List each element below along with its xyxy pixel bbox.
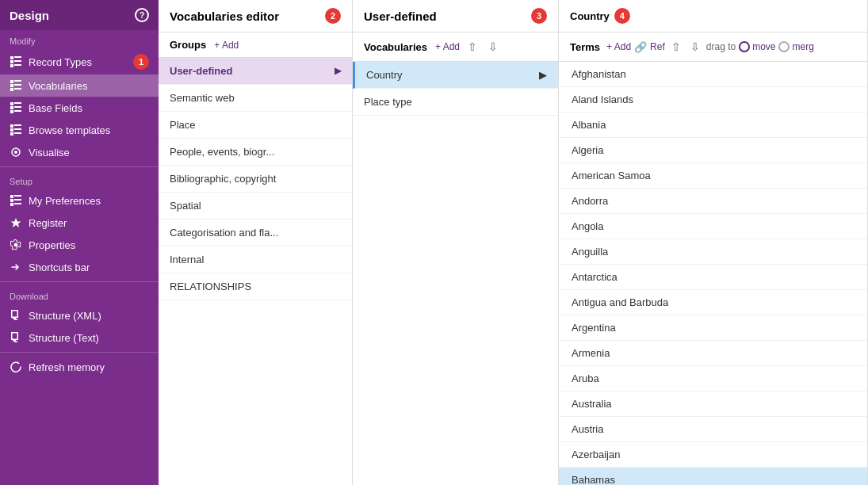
sidebar-header: Design ? <box>0 0 159 30</box>
svg-rect-29 <box>14 199 21 200</box>
svg-rect-39 <box>14 319 17 321</box>
term-austria[interactable]: Austria <box>559 417 867 442</box>
svg-rect-21 <box>14 128 21 130</box>
term-australia[interactable]: Australia <box>559 391 867 417</box>
term-aruba[interactable]: Aruba <box>559 366 867 391</box>
merge-option[interactable]: merg <box>778 41 813 52</box>
sidebar-item-my-preferences[interactable]: My Preferences <box>0 189 159 212</box>
svg-rect-1 <box>14 56 21 58</box>
svg-rect-16 <box>10 110 13 113</box>
vocabularies-list: Country ▶ Place type <box>353 62 558 485</box>
group-item-spatial[interactable]: Spatial <box>159 193 352 220</box>
svg-rect-37 <box>11 317 17 319</box>
visualise-icon <box>10 146 22 158</box>
svg-rect-26 <box>10 195 13 198</box>
vocabularies-label: Vocabularies <box>364 41 427 53</box>
sidebar-item-base-fields[interactable]: Base Fields <box>0 97 159 119</box>
terms-label: Terms <box>570 41 600 53</box>
visualise-label: Visualise <box>29 147 70 158</box>
setup-section-label: Setup <box>0 170 159 189</box>
term-armenia[interactable]: Armenia <box>559 341 867 366</box>
sidebar-item-vocabularies[interactable]: Vocabularies <box>0 74 159 97</box>
term-azerbaijan[interactable]: Azerbaijan <box>559 442 867 468</box>
country-terms-list: Afghanistan Aland Islands Albania Algeri… <box>559 62 867 485</box>
term-anguilla[interactable]: Anguilla <box>559 239 867 265</box>
sidebar-item-structure-text[interactable]: Structure (Text) <box>0 327 159 349</box>
vocab-item-country[interactable]: Country ▶ <box>353 62 558 89</box>
sidebar-item-register[interactable]: Register <box>0 212 159 234</box>
svg-marker-46 <box>17 361 20 364</box>
sidebar-item-refresh-memory[interactable]: Refresh memory <box>0 356 159 378</box>
help-icon[interactable]: ? <box>135 8 149 22</box>
modify-section-label: Modify <box>0 30 159 49</box>
term-algeria[interactable]: Algeria <box>559 138 867 163</box>
sidebar-item-properties[interactable]: Properties <box>0 234 159 256</box>
register-label: Register <box>29 217 67 229</box>
term-argentina[interactable]: Argentina <box>559 315 867 341</box>
term-antarctica[interactable]: Antarctica <box>559 265 867 290</box>
sidebar-item-shortcuts-bar[interactable]: Shortcuts bar <box>0 256 159 278</box>
move-option[interactable]: move <box>739 41 775 52</box>
group-item-internal[interactable]: Internal <box>159 246 352 273</box>
svg-rect-12 <box>10 102 13 105</box>
vocabularies-editor-badge: 2 <box>325 8 341 24</box>
svg-rect-38 <box>13 318 16 319</box>
group-item-place[interactable]: Place <box>159 112 352 139</box>
add-term-button[interactable]: + Add <box>606 41 631 52</box>
svg-rect-8 <box>10 84 13 87</box>
svg-rect-14 <box>10 106 13 109</box>
refresh-icon <box>10 361 22 373</box>
terms-header: Country 4 <box>570 8 630 24</box>
record-types-badge: 1 <box>133 54 149 70</box>
browse-templates-icon <box>10 124 22 136</box>
group-item-bibliographic[interactable]: Bibliographic, copyright <box>159 166 352 193</box>
country-panel: Country 4 Terms + Add 🔗 Ref ⇧ ⇩ drag to … <box>559 0 868 485</box>
term-afghanistan[interactable]: Afghanistan <box>559 62 867 87</box>
group-item-relationships[interactable]: RELATIONSHIPS <box>159 273 352 300</box>
record-types-icon <box>10 55 22 68</box>
term-american-samoa[interactable]: American Samoa <box>559 163 867 189</box>
sidebar-item-visualise[interactable]: Visualise <box>0 141 159 163</box>
term-andorra[interactable]: Andorra <box>559 189 867 214</box>
group-item-user-defined[interactable]: User-defined ▶ <box>159 58 352 85</box>
svg-rect-3 <box>14 60 21 62</box>
term-bahamas[interactable]: Bahamas <box>559 468 867 485</box>
svg-marker-32 <box>11 218 21 227</box>
sidebar-item-record-types[interactable]: Record Types 1 <box>0 49 159 74</box>
svg-rect-5 <box>14 64 21 66</box>
svg-rect-23 <box>14 132 21 134</box>
group-item-categorisation[interactable]: Categorisation and fla... <box>159 220 352 246</box>
vocab-item-place-type[interactable]: Place type <box>353 89 558 116</box>
svg-rect-15 <box>14 106 21 108</box>
term-antigua-barbuda[interactable]: Antigua and Barbuda <box>559 290 867 315</box>
ref-button[interactable]: Ref <box>650 41 665 52</box>
svg-rect-45 <box>14 342 17 343</box>
download-term-button[interactable]: ⇩ <box>687 39 703 55</box>
add-group-button[interactable]: + Add <box>214 40 239 51</box>
add-vocabulary-button[interactable]: + Add <box>435 41 460 52</box>
sidebar-item-structure-xml[interactable]: Structure (XML) <box>0 304 159 327</box>
browse-templates-label: Browse templates <box>29 124 110 136</box>
term-albania[interactable]: Albania <box>559 113 867 138</box>
svg-rect-28 <box>10 199 13 202</box>
download-icon-button[interactable]: ⇩ <box>485 39 501 55</box>
upload-term-button[interactable]: ⇧ <box>668 39 684 55</box>
drag-to-label: drag to <box>706 41 736 52</box>
vocabularies-editor-title: Vocabularies editor <box>170 10 279 23</box>
vocabularies-label: Vocabularies <box>29 80 87 92</box>
svg-rect-31 <box>14 203 21 204</box>
group-item-people-events[interactable]: People, events, biogr... <box>159 139 352 166</box>
download-section-label: Download <box>0 285 159 304</box>
upload-icon-button[interactable]: ⇧ <box>465 39 480 55</box>
term-angola[interactable]: Angola <box>559 214 867 239</box>
svg-rect-43 <box>11 339 17 341</box>
user-defined-badge: 3 <box>531 8 547 24</box>
svg-rect-6 <box>10 80 13 83</box>
group-item-semantic-web[interactable]: Semantic web <box>159 85 352 112</box>
svg-rect-13 <box>14 102 21 104</box>
term-aland-islands[interactable]: Aland Islands <box>559 87 867 113</box>
groups-label: Groups <box>170 39 206 51</box>
sidebar-item-browse-templates[interactable]: Browse templates <box>0 119 159 141</box>
shortcuts-label: Shortcuts bar <box>29 262 90 273</box>
shortcuts-icon <box>10 261 22 273</box>
